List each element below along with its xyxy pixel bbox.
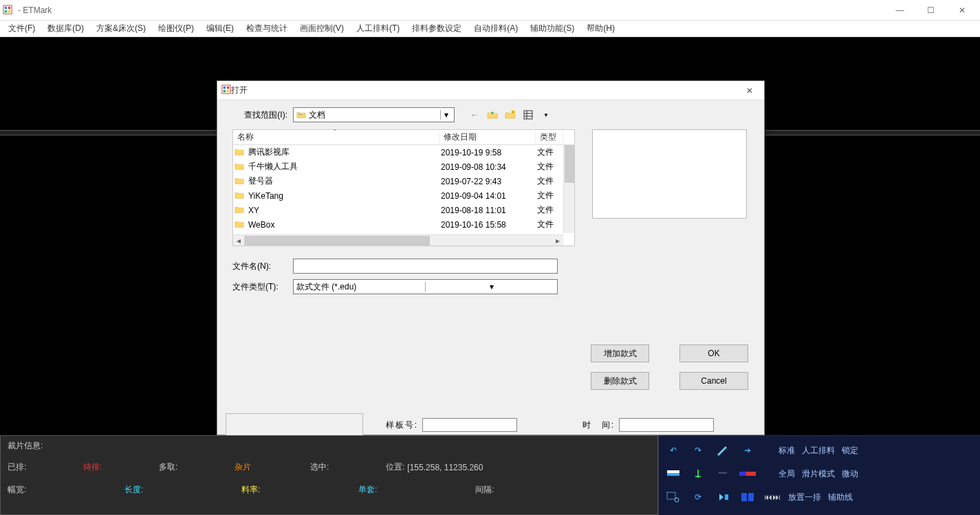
folder-icon xyxy=(235,147,246,158)
close-button[interactable]: ✕ xyxy=(946,1,977,20)
svg-rect-23 xyxy=(741,493,747,501)
file-columns: 名称˅ 修改日期 类型 xyxy=(233,130,574,145)
up-folder-icon[interactable] xyxy=(486,109,499,121)
time-label: 时 间: xyxy=(572,419,619,431)
column-name[interactable]: 名称˅ xyxy=(233,131,439,143)
undo-icon[interactable]: ↶ xyxy=(664,443,682,458)
svg-rect-4 xyxy=(8,10,11,12)
menu-params[interactable]: 排料参数设定 xyxy=(406,21,467,36)
maximize-button[interactable]: ☐ xyxy=(915,1,946,20)
add-style-button[interactable]: 增加款式 xyxy=(591,344,649,362)
view-dropdown-icon[interactable]: ▼ xyxy=(540,109,552,121)
vertical-scrollbar[interactable] xyxy=(563,145,574,233)
redo-icon[interactable]: ↷ xyxy=(689,443,707,458)
standard-button[interactable]: 标准 xyxy=(778,445,795,457)
folder-icon xyxy=(235,219,246,230)
fine-move-button[interactable]: 微动 xyxy=(842,468,858,480)
dialog-app-icon xyxy=(221,85,231,96)
filename-input[interactable] xyxy=(293,259,558,274)
layout-icon[interactable] xyxy=(739,490,756,505)
svg-point-21 xyxy=(675,498,679,502)
menu-help[interactable]: 帮助(H) xyxy=(581,21,620,36)
column-date[interactable]: 修改日期 xyxy=(439,131,536,143)
menu-scheme[interactable]: 方案&床次(S) xyxy=(91,21,151,36)
scrollbar-thumb[interactable] xyxy=(244,236,430,245)
bar-icon[interactable] xyxy=(739,466,756,481)
status-panel: 裁片信息: 已排: 待排: 多取: 杂片 选中: 位置:[155.258, 11… xyxy=(0,435,658,515)
filetype-value: 款式文件 (*.edu) xyxy=(294,281,425,293)
flatbed-icon[interactable] xyxy=(664,466,682,481)
sample-input[interactable] xyxy=(422,418,517,432)
menu-auto[interactable]: 自动排料(A) xyxy=(468,21,523,36)
prev-piece-icon[interactable] xyxy=(714,490,732,505)
svg-rect-1 xyxy=(5,6,8,9)
sort-indicator-icon: ˅ xyxy=(334,129,336,135)
scroll-left-icon[interactable]: ◂ xyxy=(233,235,244,246)
menu-edit[interactable]: 编辑(E) xyxy=(201,21,239,36)
sample-label: 样板号: xyxy=(375,419,422,431)
dialog-title: 打开 xyxy=(231,85,739,96)
step-icon[interactable]: ⏮⏭ xyxy=(763,490,781,505)
cancel-button[interactable]: Cancel xyxy=(679,372,748,390)
new-folder-icon[interactable] xyxy=(504,109,516,121)
list-item[interactable]: WeBox2019-10-16 15:58文件 xyxy=(233,217,574,232)
changdu-label: 长度: xyxy=(124,484,143,496)
status-title: 裁片信息: xyxy=(8,440,651,452)
back-icon[interactable]: ← xyxy=(468,109,481,121)
menubar: 文件(F) 数据库(D) 方案&床次(S) 绘图仪(P) 编辑(E) 检查与统计… xyxy=(0,21,980,37)
lock-button[interactable]: 锁定 xyxy=(842,445,858,457)
scrollbar-thumb[interactable] xyxy=(565,145,574,183)
list-item[interactable]: YiKeTang2019-09-04 14:01文件 xyxy=(233,188,574,203)
scale-icon[interactable] xyxy=(689,466,707,481)
menu-check[interactable]: 检查与统计 xyxy=(241,21,293,36)
guide-line-button[interactable]: 辅助线 xyxy=(828,492,853,503)
svg-rect-19 xyxy=(739,472,746,476)
slide-mode-button[interactable]: 滑片模式 xyxy=(802,468,835,480)
list-item[interactable]: 腾讯影视库2019-10-19 9:58文件 xyxy=(233,145,574,160)
svg-rect-3 xyxy=(5,10,8,12)
manual-nest-button[interactable]: 人工排料 xyxy=(802,445,835,457)
xuanzhong-label: 选中: xyxy=(310,461,329,473)
window-controls: — ☐ ✕ xyxy=(884,1,977,20)
global-button[interactable]: 全局 xyxy=(778,468,795,480)
chevron-down-icon[interactable]: ▾ xyxy=(425,282,557,292)
menu-database[interactable]: 数据库(D) xyxy=(42,21,89,36)
folder-dropdown-icon[interactable]: ▾ xyxy=(440,110,451,120)
folder-select[interactable]: 文档 ▾ xyxy=(293,107,455,122)
filetype-row: 文件类型(T): 款式文件 (*.edu) ▾ xyxy=(232,279,756,294)
tool-row-1: ↶ ↷ ➔ 标准 人工排料 锁定 xyxy=(664,439,974,462)
menu-view[interactable]: 画面控制(V) xyxy=(294,21,349,36)
dialog-titlebar[interactable]: 打开 ✕ xyxy=(217,81,764,100)
filetype-select[interactable]: 款式文件 (*.edu) ▾ xyxy=(293,279,558,294)
menu-manual[interactable]: 人工排料(T) xyxy=(351,21,405,36)
delete-style-button[interactable]: 删除款式 xyxy=(591,372,649,390)
yipai-label: 已排: xyxy=(8,461,26,473)
menu-file[interactable]: 文件(F) xyxy=(3,21,41,36)
svg-rect-10 xyxy=(298,114,303,115)
svg-rect-16 xyxy=(667,473,679,476)
horizontal-scrollbar[interactable]: ◂ ▸ xyxy=(233,234,563,245)
view-mode-icon[interactable] xyxy=(522,109,534,121)
file-listing: 名称˅ 修改日期 类型 腾讯影视库2019-10-19 9:58文件 千牛懒人工… xyxy=(232,129,575,246)
ok-button[interactable]: OK xyxy=(679,344,748,362)
minimize-button[interactable]: — xyxy=(884,1,915,20)
zoom-select-icon[interactable] xyxy=(664,490,682,505)
brush-icon[interactable] xyxy=(714,443,732,458)
column-type[interactable]: 类型 xyxy=(536,131,563,143)
preview-panel xyxy=(592,129,747,219)
filename-row: 文件名(N): xyxy=(232,259,756,274)
menu-aux[interactable]: 辅助功能(S) xyxy=(525,21,580,36)
folder-icon xyxy=(235,176,246,187)
wave-icon[interactable]: 〰 xyxy=(714,466,732,481)
list-item[interactable]: 登号器2019-07-22 9:43文件 xyxy=(233,174,574,188)
dialog-close-button[interactable]: ✕ xyxy=(739,83,760,99)
place-row-button[interactable]: 放置一排 xyxy=(788,492,821,503)
time-input[interactable] xyxy=(619,418,714,432)
scroll-right-icon[interactable]: ▸ xyxy=(552,235,563,246)
refresh-icon[interactable]: ⟳ xyxy=(689,490,707,505)
list-item[interactable]: XY2019-08-18 11:01文件 xyxy=(233,203,574,217)
arrow-right-icon[interactable]: ➔ xyxy=(739,443,756,458)
list-item[interactable]: 千牛懒人工具2019-09-08 10:34文件 xyxy=(233,160,574,174)
jiange-label: 间隔: xyxy=(475,484,494,496)
menu-plotter[interactable]: 绘图仪(P) xyxy=(153,21,199,36)
